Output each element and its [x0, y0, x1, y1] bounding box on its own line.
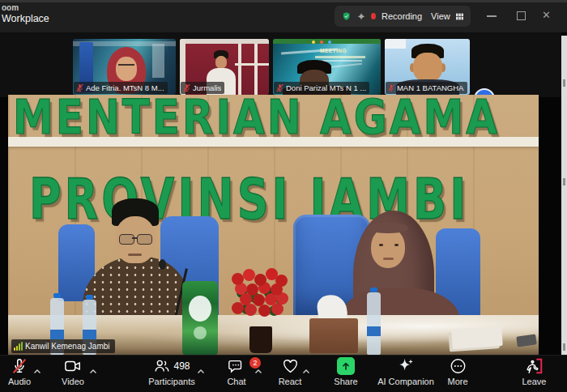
pouch-label: [194, 326, 207, 339]
active-speaker-name: Kanwil Kemenag Jambi: [25, 342, 110, 351]
participant-name: Jurmalis: [193, 83, 221, 92]
background-window-detail: [563, 79, 565, 87]
leave-button-label: Leave: [522, 377, 547, 386]
banner-logo: [312, 40, 315, 44]
maximize-button[interactable]: [517, 11, 526, 20]
background-banner: [273, 39, 381, 44]
speaker-woman-eye: [379, 244, 383, 246]
audio-options-caret[interactable]: [33, 363, 41, 377]
window-lattice: [254, 44, 258, 95]
participant-name: MAN 1 BATANGHARI: [397, 83, 464, 92]
projected-screen-line: [315, 56, 365, 58]
mic-muted-icon: [75, 83, 84, 92]
video-tile-jurmalis[interactable]: Jurmalis: [180, 39, 269, 95]
green-snack-pouch: [182, 281, 218, 355]
video-options-caret[interactable]: [89, 363, 97, 377]
brand-line-2: Workplace: [2, 13, 49, 24]
share-screen-icon: [337, 357, 355, 375]
participants-button-label: Participants: [148, 377, 194, 386]
security-shield-icon[interactable]: [342, 10, 351, 23]
table-microphone-head: [159, 259, 166, 270]
ai-sparkle-icon: [397, 357, 416, 375]
video-tile-ade-fitria[interactable]: Ade Fitria. MTsN 8 M...: [73, 39, 176, 95]
participants-options-caret[interactable]: [197, 363, 205, 377]
camera-icon: [63, 357, 83, 375]
zoom-meeting-window: oom Workplace ✦ Recording View ✕: [0, 0, 567, 392]
tissue-box: [309, 318, 358, 353]
participants-button[interactable]: 498 Participants: [143, 356, 201, 386]
water-bottle: [367, 292, 381, 355]
window-lattice: [238, 44, 241, 95]
chat-button[interactable]: 2 Chat: [217, 356, 256, 386]
background-detail: [152, 44, 164, 78]
active-speaker-name-label: Kanwil Kemenag Jambi: [11, 339, 115, 353]
background-detail: [385, 39, 406, 49]
chat-icon: [228, 357, 245, 375]
ai-companion-button-label: AI Companion: [377, 377, 434, 386]
flower-vase: [249, 326, 272, 353]
recording-dot-icon: [371, 13, 376, 19]
participant-name-label: Ade Fitria. MTsN 8 M...: [74, 82, 168, 94]
zoom-workplace-logo: oom Workplace: [2, 3, 49, 24]
mic-muted-icon: [275, 83, 284, 92]
ai-companion-status-icon[interactable]: ✦: [356, 11, 365, 22]
background-window-detail: [563, 343, 565, 351]
bottle-cap: [53, 293, 61, 298]
speaker-man-glasses: [119, 234, 134, 245]
view-button-label[interactable]: View: [431, 11, 450, 21]
main-speaker-video[interactable]: MENTERIAN AGAMA PROVINSI JAMBI: [8, 95, 539, 355]
red-flower-arrangement: [225, 266, 296, 354]
flower-leaves: [237, 288, 247, 298]
chat-button-label: Chat: [227, 377, 245, 386]
video-button-label: Video: [62, 377, 84, 386]
chat-options-caret[interactable]: [254, 363, 262, 377]
view-grid-icon[interactable]: [456, 12, 463, 21]
participant-face: [413, 53, 442, 82]
more-button-label: More: [447, 377, 467, 386]
window-lattice: [235, 63, 269, 66]
papers: [451, 326, 503, 349]
leave-button[interactable]: Leave: [512, 356, 556, 386]
more-button[interactable]: More: [437, 356, 478, 386]
minimize-button[interactable]: [487, 15, 497, 17]
mic-muted-icon: [11, 357, 28, 375]
close-button[interactable]: ✕: [542, 9, 551, 21]
window-top-edge: [0, 0, 567, 2]
video-tile-doni-parizal[interactable]: MEETING Doni Parizal MTs N 1 ...: [273, 39, 381, 95]
participant-face: [215, 56, 227, 69]
participants-count: 498: [173, 360, 190, 372]
share-button-label: Share: [334, 377, 357, 386]
ai-companion-button[interactable]: AI Companion: [379, 356, 433, 386]
leave-door-icon: [526, 357, 544, 375]
audio-button-label: Audio: [8, 377, 31, 386]
participant-filmstrip: Ade Fitria. MTsN 8 M... Jurmalis: [0, 32, 561, 97]
react-button-label: React: [279, 377, 302, 386]
participant-name: Ade Fitria. MTsN 8 M...: [86, 83, 164, 92]
pouch-label: [189, 296, 211, 322]
brand-line-1: oom: [2, 3, 49, 13]
participant-name-label: MAN 1 BATANGHARI: [386, 82, 467, 94]
meeting-status-pill: ✦ Recording View: [335, 6, 471, 27]
speaker-woman-mouth: [383, 258, 394, 260]
recording-indicator: Recording: [382, 11, 422, 21]
video-tile-man1-batanghari[interactable]: MAN 1 BATANGHARI: [385, 39, 470, 95]
bottle-label: [83, 330, 96, 339]
banner-logo: [320, 40, 323, 44]
share-button[interactable]: Share: [326, 356, 366, 386]
flower-blossoms: [232, 273, 244, 285]
react-options-caret[interactable]: [302, 363, 310, 377]
speaker-man-mouth: [128, 254, 142, 256]
bottle-label: [50, 330, 64, 339]
speaker-woman-hijab-band: [368, 223, 408, 233]
video-button[interactable]: Video: [53, 356, 92, 386]
background-window-detail: [563, 178, 565, 185]
participant-name: Doni Parizal MTs N 1 ...: [286, 83, 366, 92]
title-bar: oom Workplace ✦ Recording View ✕: [0, 0, 567, 32]
more-ellipsis-icon: [449, 357, 467, 375]
speaker-man-glasses: [132, 237, 138, 239]
participants-icon: [153, 357, 171, 375]
bottle-cap: [370, 288, 377, 292]
speaker-man-glasses: [137, 234, 152, 245]
audio-level-icon: [14, 342, 23, 351]
wall-text-line1: MENTERIAN AGAMA: [13, 95, 500, 145]
